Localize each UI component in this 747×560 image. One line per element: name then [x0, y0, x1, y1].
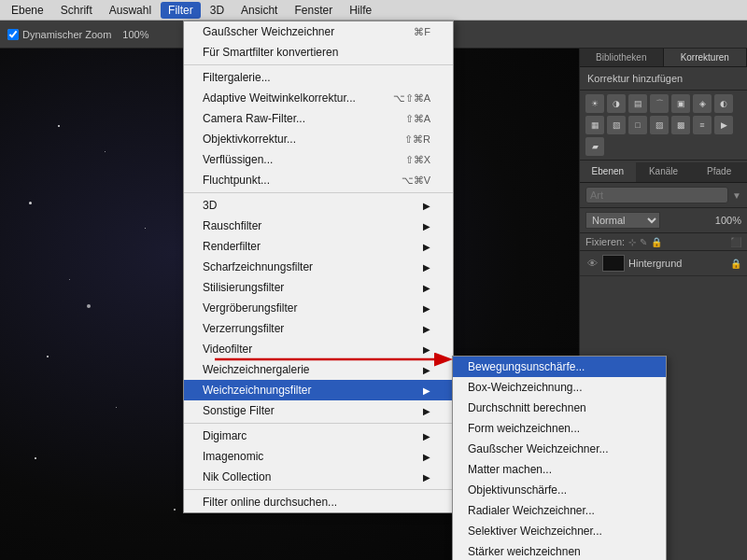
menu-label: Gaußscher Weichzeichner	[203, 25, 334, 38]
menu-scharfzeichnung[interactable]: Scharfzeichnungsfilter ▶	[184, 257, 453, 277]
tab-ebenen[interactable]: Ebenen	[580, 162, 636, 182]
fix-lock-icon[interactable]: 🔒	[651, 237, 662, 247]
tab-pfade[interactable]: Pfade	[691, 162, 747, 182]
menu-imagenomic[interactable]: Imagenomic ▶	[184, 446, 453, 467]
korr-posterize-icon[interactable]: ≡	[693, 116, 712, 134]
korr-contrast-icon[interactable]: ◑	[607, 94, 626, 113]
menu-rauschfilter[interactable]: Rauschfilter ▶	[184, 216, 453, 236]
menu-gausscher[interactable]: Gaußscher Weichzeichner ⌘F	[184, 21, 453, 42]
submenu-box[interactable]: Box-Weichzeichnung...	[453, 377, 666, 398]
menu-weichzeichnung[interactable]: Weichzeichnungsfilter ▶	[184, 380, 453, 400]
menu-filter[interactable]: Filter	[161, 2, 201, 19]
shortcut-label: ⌥⇧⌘A	[393, 92, 430, 105]
menu-label: Durchschnitt berechnen	[468, 401, 586, 414]
korr-bw-icon[interactable]: ▧	[607, 116, 626, 134]
weich-submenu[interactable]: Bewegungsunschärfe... Box-Weichzeichnung…	[452, 356, 667, 560]
tab-bibliotheken[interactable]: Bibliotheken	[580, 49, 664, 66]
korr-colorbalance-icon[interactable]: ▦	[585, 116, 604, 134]
korr-brightness-icon[interactable]: ☀	[585, 94, 604, 113]
korr-curves-icon[interactable]: ⌒	[650, 94, 669, 113]
layers-tabs: Ebenen Kanäle Pfade	[580, 162, 747, 183]
fix-position-icon[interactable]: ⊹	[628, 237, 636, 247]
menu-weichzeichnergalerie[interactable]: Weichzeichnergalerie ▶	[184, 359, 453, 380]
arrow-icon: ▶	[423, 385, 430, 396]
menu-fluchtpunkt[interactable]: Fluchtpunkt... ⌥⌘V	[184, 170, 453, 190]
panel-tabs: Bibliotheken Korrekturen	[580, 49, 747, 67]
menu-3d[interactable]: 3D ▶	[184, 195, 453, 216]
korr-threshold-icon[interactable]: ▶	[714, 116, 733, 134]
menu-label: Objektivkorrektur...	[203, 133, 296, 146]
submenu-objektiv[interactable]: Objektivunschärfe...	[453, 480, 666, 500]
menu-ebene[interactable]: Ebene	[4, 2, 51, 19]
arrow-icon: ▶	[423, 324, 430, 334]
menu-videofilter[interactable]: Videofilter ▶	[184, 339, 453, 359]
dynamic-zoom-checkbox[interactable]	[7, 29, 19, 40]
menu-vergroberung[interactable]: Vergröberungsfilter ▶	[184, 298, 453, 318]
submenu-selektiver[interactable]: Selektiver Weichzeichner...	[453, 521, 666, 541]
separator-1	[184, 64, 453, 65]
menu-label: Bewegungsunschärfe...	[468, 360, 585, 373]
fix-all-icon[interactable]: ⬛	[730, 237, 741, 247]
menu-hilfe[interactable]: Hilfe	[342, 2, 379, 19]
arrow-icon: ▶	[423, 431, 430, 441]
menu-label: Box-Weichzeichnung...	[468, 381, 583, 394]
menu-label: Filtergalerie...	[203, 71, 271, 84]
submenu-durchschnitt[interactable]: Durchschnitt berechnen	[453, 398, 666, 418]
layers-search-input[interactable]	[585, 187, 728, 203]
tab-kanaele[interactable]: Kanäle	[636, 162, 692, 182]
menu-verzerrung[interactable]: Verzerrungsfilter ▶	[184, 318, 453, 339]
menu-label: Nik Collection	[203, 470, 271, 483]
shortcut-label: ⇧⌘A	[405, 113, 430, 125]
menu-label: Scharfzeichnungsfilter	[203, 260, 313, 273]
menu-3d[interactable]: 3D	[203, 2, 232, 19]
menu-adaptive[interactable]: Adaptive Weitwinkelkorrektur... ⌥⇧⌘A	[184, 88, 453, 108]
menu-label: Renderfilter	[203, 240, 261, 253]
submenu-staerker[interactable]: Stärker weichzeichnen	[453, 541, 666, 560]
separator-4	[184, 489, 453, 490]
arrow-icon: ▶	[423, 262, 430, 273]
fix-label: Fixieren:	[585, 236, 625, 247]
korr-vibrance-icon[interactable]: ◈	[693, 94, 712, 113]
menu-camera-raw[interactable]: Camera Raw-Filter... ⇧⌘A	[184, 108, 453, 129]
korr-channelmix-icon[interactable]: ▨	[650, 116, 669, 134]
fix-pixels-icon[interactable]: ✎	[640, 237, 647, 247]
menu-auswahl[interactable]: Auswahl	[102, 2, 159, 19]
submenu-gausscher[interactable]: Gaußscher Weichzeichner...	[453, 439, 666, 459]
shortcut-label: ⇧⌘X	[405, 154, 430, 166]
menu-schrift[interactable]: Schrift	[53, 2, 100, 19]
menu-digimarc[interactable]: Digimarc ▶	[184, 426, 453, 446]
menu-fenster[interactable]: Fenster	[287, 2, 340, 19]
menu-sonstige[interactable]: Sonstige Filter ▶	[184, 400, 453, 421]
arrow-icon: ▶	[423, 365, 430, 375]
filter-menu[interactable]: Gaußscher Weichzeichner ⌘F Für Smartfilt…	[183, 21, 454, 513]
menu-smartfilter[interactable]: Für Smartfilter konvertieren	[184, 42, 453, 63]
korr-levels-icon[interactable]: ▤	[628, 94, 647, 113]
arrow-icon: ▶	[423, 344, 430, 355]
menu-label: Stärker weichzeichnen	[468, 545, 581, 558]
menu-online[interactable]: Filter online durchsuchen...	[184, 492, 453, 512]
submenu-form[interactable]: Form weichzeichnen...	[453, 418, 666, 439]
korr-invert-icon[interactable]: ▩	[671, 116, 690, 134]
layer-eye-icon[interactable]: 👁	[585, 257, 599, 270]
korr-photo-icon[interactable]: □	[628, 116, 647, 134]
tab-korrekturen[interactable]: Korrekturen	[664, 49, 748, 66]
menu-nik[interactable]: Nik Collection ▶	[184, 467, 453, 487]
menu-label: Filter online durchsuchen...	[203, 496, 337, 509]
blend-mode-select[interactable]: Normal	[585, 212, 660, 229]
menu-filtergalerie[interactable]: Filtergalerie...	[184, 67, 453, 88]
submenu-radialer[interactable]: Radialer Weichzeichner...	[453, 500, 666, 521]
arrow-icon: ▶	[423, 406, 430, 416]
submenu-bewegung[interactable]: Bewegungsunschärfe...	[453, 357, 666, 377]
layer-hintergrund[interactable]: 👁 Hintergrund 🔒	[580, 251, 747, 276]
menu-verfluessigen[interactable]: Verflüssigen... ⇧⌘X	[184, 149, 453, 170]
submenu-matter[interactable]: Matter machen...	[453, 459, 666, 480]
menu-label: 3D	[203, 199, 217, 212]
korr-exposure-icon[interactable]: ▣	[671, 94, 690, 113]
korr-saturation-icon[interactable]: ◐	[714, 94, 733, 113]
menu-ansicht[interactable]: Ansicht	[233, 2, 285, 19]
layer-lock-icon: 🔒	[730, 259, 741, 269]
menu-objektiv[interactable]: Objektivkorrektur... ⇧⌘R	[184, 129, 453, 149]
korr-gradient-icon[interactable]: ▰	[585, 137, 604, 156]
menu-stilisierung[interactable]: Stilisierungsfilter ▶	[184, 277, 453, 298]
menu-renderfilter[interactable]: Renderfilter ▶	[184, 236, 453, 257]
